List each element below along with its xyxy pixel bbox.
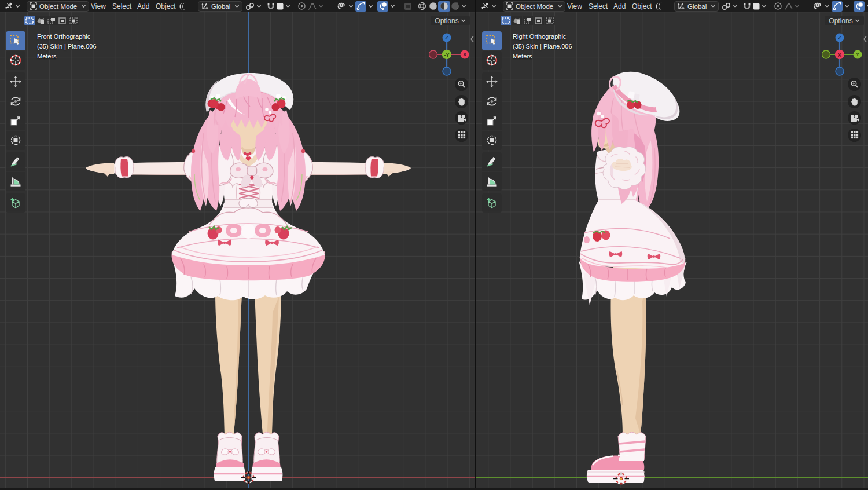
svg-text:Y: Y: [856, 52, 859, 57]
svg-text:X: X: [463, 52, 466, 57]
svg-text:Z: Z: [838, 35, 841, 41]
svg-text:-Y: -Y: [444, 52, 450, 58]
svg-text:X: X: [838, 52, 842, 58]
svg-text:Z: Z: [445, 35, 448, 41]
